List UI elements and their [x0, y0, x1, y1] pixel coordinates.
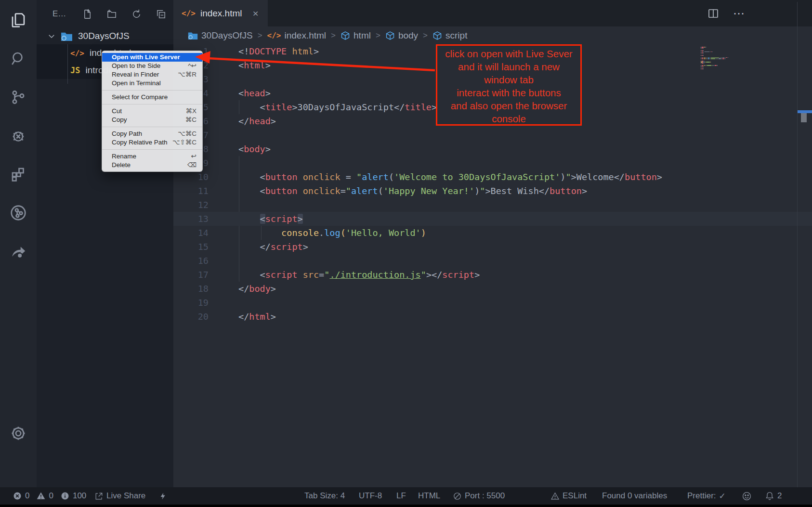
eslint-status[interactable]: ESLint — [550, 487, 587, 505]
tab-index-html[interactable]: </> index.html × — [173, 0, 268, 26]
feedback-smiley-icon[interactable] — [742, 487, 752, 505]
scrollbar-handle[interactable] — [801, 113, 807, 122]
refresh-icon[interactable] — [129, 7, 144, 21]
code-line-18[interactable]: 18</body> — [173, 282, 812, 296]
line-content: <button onclick="alert('Happy New Year!'… — [238, 184, 587, 198]
port-status[interactable]: Port : 5500 — [453, 487, 505, 505]
line-number: 10 — [173, 170, 209, 184]
menu-item-open-with-live-server[interactable]: Open with Live Server — [102, 53, 202, 62]
code-line-7[interactable]: 7 — [173, 128, 812, 142]
code-line-12[interactable]: 12 — [173, 198, 812, 212]
code-line-20[interactable]: 20</html> — [173, 310, 812, 324]
line-content: console.log('Hello, World') — [238, 226, 426, 240]
live-share-icon[interactable] — [0, 238, 37, 265]
bell-icon — [765, 491, 774, 501]
code-line-19[interactable]: 19 — [173, 296, 812, 310]
explorer-header: E… — [37, 0, 173, 28]
tab-bar: </> index.html × ⋯ — [173, 0, 812, 26]
html-file-icon: </> — [70, 49, 84, 58]
close-icon[interactable]: × — [253, 8, 259, 19]
line-content: <head> — [238, 86, 271, 100]
folder-row-30daysofjs[interactable]: 30DaysOfJS — [37, 28, 173, 44]
code-line-15[interactable]: 15 </script> — [173, 240, 812, 254]
menu-item-select-for-compare[interactable]: Select for Compare — [102, 93, 202, 102]
breadcrumb-item-file[interactable]: </> index.html — [267, 30, 327, 41]
menu-item-cut[interactable]: Cut⌘X — [102, 107, 202, 116]
notifications-bell[interactable]: 2 — [765, 487, 782, 505]
folder-icon — [188, 31, 198, 40]
code-line-17[interactable]: 17 <script src="./introduction.js"></scr… — [173, 268, 812, 282]
settings-gear-icon[interactable] — [0, 420, 37, 447]
code-line-8[interactable]: 8<body> — [173, 142, 812, 156]
annotation-line: and it will launch a new — [437, 60, 580, 73]
share-icon — [94, 492, 104, 501]
language-status[interactable]: HTML — [418, 487, 440, 505]
line-content: <body> — [238, 142, 271, 156]
menu-separator — [102, 104, 202, 104]
more-actions-icon[interactable]: ⋯ — [732, 6, 747, 21]
folder-label: 30DaysOfJS — [78, 31, 130, 41]
symbol-cube-icon — [432, 31, 442, 40]
variables-status[interactable]: Found 0 variables — [602, 487, 667, 505]
html-file-icon: </> — [182, 9, 196, 18]
symbol-cube-icon — [385, 31, 395, 40]
line-content: <title>30DaysOfJavaScript</title> — [238, 100, 437, 114]
lightning-status[interactable] — [159, 487, 167, 505]
status-bar: 0 0 100 Live Share Tab Size: 4 UTF-8 LF … — [0, 487, 812, 505]
annotation-line: window tab — [437, 73, 580, 86]
breadcrumb-item-html[interactable]: html — [341, 30, 371, 41]
menu-item-reveal-in-finder[interactable]: Reveal in Finder⌥⌘R — [102, 70, 202, 79]
line-number: 16 — [173, 254, 209, 268]
source-graph-icon[interactable] — [0, 199, 37, 226]
menu-item-delete[interactable]: Delete⌫ — [102, 161, 202, 169]
menu-item-copy-path[interactable]: Copy Path⌥⌘C — [102, 130, 202, 138]
debug-icon[interactable] — [0, 122, 37, 149]
menu-item-open-in-terminal[interactable]: Open in Terminal — [102, 79, 202, 88]
chevron-right-icon: > — [423, 31, 428, 40]
breadcrumb-item-body[interactable]: body — [385, 30, 418, 41]
encoding-status[interactable]: UTF-8 — [359, 487, 382, 505]
chevron-right-icon: > — [258, 31, 262, 40]
warning-icon — [36, 491, 46, 501]
menu-item-open-to-the-side[interactable]: Open to the Side^↩ — [102, 62, 202, 70]
vscode-window: E… 30DaysOfJS </> index.html JS in — [0, 0, 812, 507]
warning-outline-icon — [550, 492, 560, 501]
new-file-icon[interactable] — [80, 7, 94, 21]
code-line-14[interactable]: 14 console.log('Hello, World') — [173, 226, 812, 240]
menu-item-copy-relative-path[interactable]: Copy Relative Path⌥⇧⌘C — [102, 138, 202, 147]
line-number: 18 — [173, 282, 209, 296]
search-icon[interactable] — [0, 45, 37, 72]
annotation-line: and also open the browser — [437, 99, 580, 112]
line-number: 17 — [173, 268, 209, 282]
menu-item-copy[interactable]: Copy⌘C — [102, 116, 202, 124]
tab-size-status[interactable]: Tab Size: 4 — [304, 487, 345, 505]
info-icon — [60, 491, 70, 501]
prettier-status[interactable]: Prettier:✓ — [687, 487, 726, 505]
problems-status[interactable]: 0 0 100 — [13, 487, 86, 505]
collapse-all-icon[interactable] — [154, 7, 168, 21]
code-line-13[interactable]: 13 <script> — [173, 212, 812, 226]
breadcrumb-item-script[interactable]: script — [432, 30, 467, 41]
explorer-icon[interactable] — [0, 7, 37, 34]
eol-status[interactable]: LF — [396, 487, 406, 505]
code-line-9[interactable]: 9 — [173, 156, 812, 170]
circle-slash-icon — [453, 492, 462, 501]
breadcrumb-item-folder[interactable]: 30DaysOfJS — [188, 30, 253, 41]
js-file-icon: JS — [70, 65, 80, 75]
menu-item-rename[interactable]: Rename↩ — [102, 152, 202, 161]
symbol-cube-icon — [341, 31, 350, 40]
menu-separator — [102, 90, 202, 91]
split-editor-icon[interactable] — [706, 6, 720, 21]
minimap[interactable] — [701, 47, 745, 71]
line-content: </html> — [238, 310, 276, 324]
code-line-10[interactable]: 10 <button onclick = "alert('Welcome to … — [173, 170, 812, 184]
code-line-11[interactable]: 11 <button onclick="alert('Happy New Yea… — [173, 184, 812, 198]
code-line-16[interactable]: 16 — [173, 254, 812, 268]
annotation-line: click on open with Live Sever — [437, 47, 580, 60]
live-share-status[interactable]: Live Share — [94, 487, 145, 505]
extensions-icon[interactable] — [0, 161, 37, 188]
annotation-line: console — [437, 112, 580, 125]
line-number: 13 — [173, 212, 209, 226]
source-control-icon[interactable] — [0, 84, 37, 111]
new-folder-icon[interactable] — [105, 7, 119, 21]
